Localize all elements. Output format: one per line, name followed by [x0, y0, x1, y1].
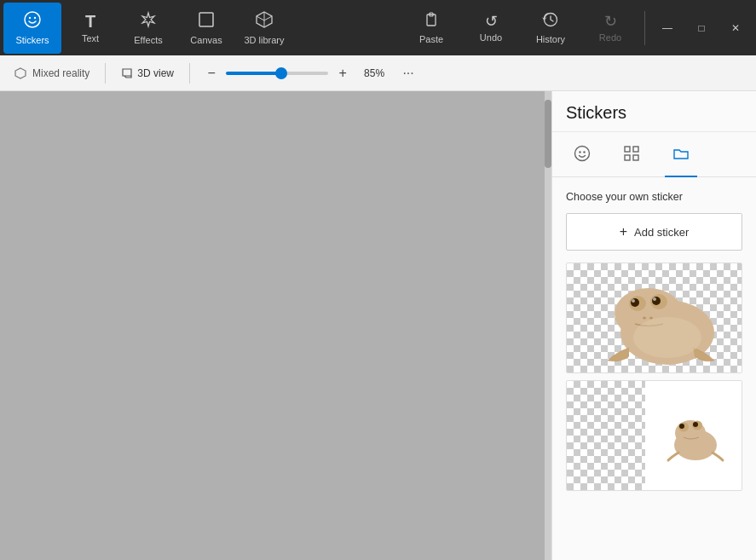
frog1-svg	[582, 271, 727, 365]
svg-point-28	[679, 424, 684, 429]
panel-tab-emoji[interactable]	[566, 139, 598, 177]
more-options-btn[interactable]: ···	[396, 61, 420, 85]
effects-icon	[139, 10, 158, 32]
redo-label: Redo	[599, 32, 621, 43]
canvas-icon	[197, 10, 216, 32]
frog2-svg	[660, 406, 728, 465]
toolbar-item-text-label: Text	[82, 33, 99, 43]
history-label: History	[536, 34, 565, 44]
svg-point-0	[25, 12, 40, 27]
redo-icon: ↻	[604, 14, 617, 29]
toolbar-item-3dlibrary-label: 3D library	[244, 35, 284, 45]
svg-point-21	[653, 297, 656, 301]
main-area: Stickers	[0, 91, 756, 560]
svg-rect-13	[633, 155, 638, 160]
add-sticker-plus-icon: +	[620, 224, 627, 240]
toolbar-item-text[interactable]: T Text	[61, 3, 119, 54]
frog2-right	[645, 381, 742, 490]
svg-point-17	[631, 298, 639, 307]
history-icon	[542, 11, 559, 31]
stickers-icon	[23, 10, 42, 32]
secondary-separator	[105, 63, 106, 84]
secondary-toolbar: Mixed reality 3D view − + 85% ···	[0, 55, 756, 91]
canvas-area[interactable]	[0, 91, 551, 560]
3dview-icon	[121, 67, 133, 79]
svg-point-8	[579, 151, 580, 153]
maximize-btn[interactable]: □	[684, 11, 718, 45]
folder-tab-icon	[672, 144, 690, 163]
panel-content: Choose your own sticker + Add sticker	[552, 177, 756, 560]
svg-rect-3	[199, 13, 213, 26]
undo-label: Undo	[480, 32, 502, 43]
emoji-tab-icon	[573, 144, 592, 163]
sticker-card-2[interactable]	[566, 380, 742, 491]
zoom-out-btn[interactable]: −	[202, 64, 221, 83]
svg-point-7	[575, 147, 590, 161]
text-icon: T	[85, 13, 95, 30]
panel-tab-grid[interactable]	[615, 139, 648, 177]
scrollbar-thumb[interactable]	[545, 100, 551, 168]
undo-icon: ↺	[485, 14, 498, 29]
zoom-controls: − + 85%	[202, 64, 391, 83]
toolbar-undo-btn[interactable]: ↺ Undo	[462, 3, 520, 54]
frog2-container	[567, 381, 742, 490]
toolbar-history-btn[interactable]: History	[522, 3, 580, 54]
minimize-btn[interactable]: —	[650, 11, 684, 45]
panel-tab-folder[interactable]	[665, 139, 697, 177]
svg-point-30	[693, 422, 698, 427]
toolbar-item-effects-label: Effects	[134, 35, 162, 45]
toolbar-item-canvas-label: Canvas	[190, 35, 222, 45]
toolbar-right: Paste ↺ Undo History ↻ Redo — □	[402, 0, 753, 55]
paste-label: Paste	[419, 34, 443, 44]
secondary-separator2	[189, 63, 190, 84]
close-btn[interactable]: ✕	[718, 11, 753, 45]
mixed-reality-btn[interactable]: Mixed reality	[7, 63, 96, 84]
svg-point-9	[583, 151, 585, 153]
svg-point-20	[652, 297, 661, 305]
svg-point-1	[29, 17, 31, 19]
mixed-reality-icon	[14, 66, 27, 80]
svg-point-22	[643, 317, 646, 320]
svg-rect-11	[633, 147, 638, 152]
toolbar-item-canvas[interactable]: Canvas	[177, 3, 235, 54]
add-sticker-label: Add sticker	[634, 226, 689, 239]
toolbar-paste-btn[interactable]: Paste	[402, 3, 460, 54]
toolbar-item-effects[interactable]: Effects	[119, 3, 177, 54]
3d-view-btn[interactable]: 3D view	[114, 64, 181, 83]
paste-icon	[423, 11, 440, 31]
grid-tab-icon	[622, 144, 641, 163]
frog2-left	[567, 381, 645, 490]
choose-label: Choose your own sticker	[566, 191, 742, 203]
side-panel: Stickers	[551, 91, 756, 560]
sticker-card-1[interactable]	[566, 263, 742, 373]
svg-rect-12	[625, 155, 630, 160]
window-controls: — □ ✕	[650, 0, 753, 55]
svg-point-24	[633, 317, 701, 358]
mixed-reality-label: Mixed reality	[32, 67, 89, 79]
toolbar-item-stickers[interactable]: Stickers	[3, 3, 61, 54]
toolbar-item-3dlibrary[interactable]: 3D library	[235, 3, 293, 54]
svg-point-23	[649, 317, 653, 320]
panel-tabs	[552, 132, 756, 177]
frog1-container	[567, 263, 742, 372]
zoom-percent-display: 85%	[357, 67, 391, 79]
panel-title: Stickers	[552, 91, 756, 132]
zoom-in-btn[interactable]: +	[333, 64, 352, 83]
3d-view-label: 3D view	[137, 67, 174, 79]
toolbar-redo-btn[interactable]: ↻ Redo	[581, 3, 639, 54]
toolbar-separator	[644, 11, 645, 45]
svg-rect-10	[625, 147, 630, 152]
svg-point-2	[34, 17, 36, 19]
3dlibrary-icon	[255, 10, 274, 32]
main-toolbar: Stickers T Text Effects Canvas 3D librar…	[0, 0, 756, 55]
toolbar-item-stickers-label: Stickers	[15, 35, 49, 45]
svg-point-18	[632, 299, 635, 303]
add-sticker-btn[interactable]: + Add sticker	[566, 213, 742, 251]
zoom-slider[interactable]	[226, 72, 328, 75]
canvas-scrollbar[interactable]	[545, 91, 551, 560]
